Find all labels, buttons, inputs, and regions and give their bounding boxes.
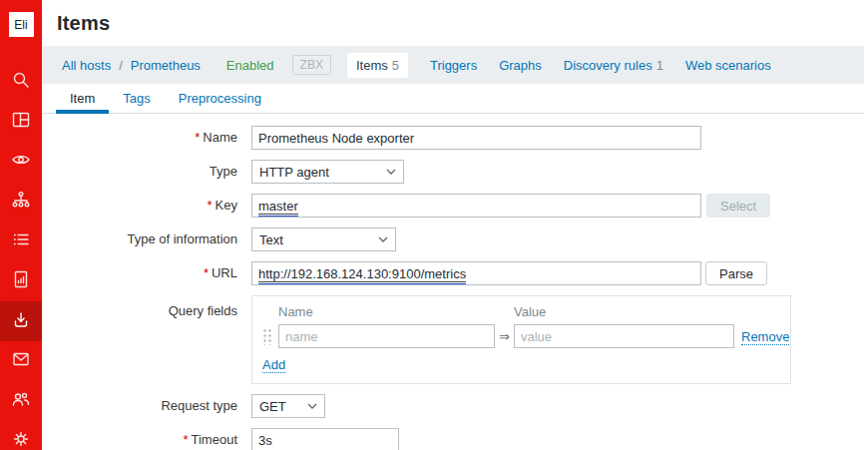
key-select-button[interactable]: Select: [706, 194, 770, 218]
query-fields-label: Query fields: [56, 295, 251, 319]
query-fields-header: Name Value: [262, 304, 778, 319]
sidebar-item-data-collection[interactable]: [0, 301, 42, 341]
form-row-name: *Name: [56, 126, 868, 150]
required-marker: *: [183, 432, 188, 447]
query-name-header: Name: [278, 304, 495, 319]
query-fields-table: Name Value ⇒ Remove Add: [251, 295, 791, 384]
chevron-down-icon: [378, 236, 388, 242]
request-type-select-value: GET: [259, 399, 286, 414]
parse-button[interactable]: Parse: [705, 261, 767, 285]
drag-handle-icon[interactable]: [262, 327, 272, 345]
envelope-icon: [11, 349, 31, 373]
tab-tags[interactable]: Tags: [109, 84, 164, 113]
host-status-enabled[interactable]: Enabled: [226, 58, 274, 73]
tab-item[interactable]: Item: [56, 84, 109, 113]
query-fields-row: ⇒ Remove: [262, 324, 778, 348]
dashboard-icon: [11, 110, 31, 134]
form-row-timeout: *Timeout: [56, 428, 868, 450]
form-row-type: Type HTTP agent: [56, 160, 868, 184]
form-row-type-of-information: Type of information Text: [56, 227, 868, 251]
url-input-value: http://192.168.124.130:9100/metrics: [258, 266, 466, 281]
query-fields-add-row: Add: [262, 357, 778, 373]
key-input[interactable]: master: [251, 194, 701, 218]
nav-items-count: 5: [392, 58, 399, 73]
sidebar-item-users[interactable]: [0, 381, 42, 421]
query-value-input[interactable]: [514, 324, 734, 348]
form-tabs: Item Tags Preprocessing: [42, 84, 864, 114]
breadcrumb-host[interactable]: Prometheus: [131, 58, 201, 73]
tab-preprocessing[interactable]: Preprocessing: [165, 84, 275, 113]
sidebar-item-monitoring[interactable]: [0, 142, 42, 182]
download-icon: [11, 309, 31, 333]
nav-discovery-rules-link[interactable]: Discovery rules1: [564, 58, 663, 73]
nav-triggers-link[interactable]: Triggers: [430, 58, 477, 73]
zbx-availability-badge: ZBX: [292, 55, 331, 75]
key-label: *Key: [56, 194, 251, 218]
page-title: Items: [57, 12, 110, 35]
sidebar-item-inventory[interactable]: [0, 222, 42, 261]
nav-discovery-rules-label: Discovery rules: [564, 58, 652, 73]
add-query-field-link[interactable]: Add: [262, 357, 285, 373]
required-marker: *: [208, 198, 213, 213]
sidebar-nav: [0, 62, 42, 450]
nav-items-label: Items: [356, 58, 388, 73]
sidebar: Eli: [0, 0, 42, 450]
list-icon: [11, 229, 31, 253]
report-document-icon: [11, 269, 31, 293]
host-navigation-bar: All hosts / Prometheus Enabled ZBX Items…: [42, 46, 864, 84]
query-name-input[interactable]: [278, 324, 495, 348]
eye-icon: [11, 150, 31, 174]
request-type-select[interactable]: GET: [251, 394, 325, 418]
breadcrumb-separator: /: [119, 58, 123, 73]
name-input[interactable]: [251, 126, 701, 150]
zabbix-item-config-screen: Eli: [0, 0, 868, 450]
form-row-url: *URL http://192.168.124.130:9100/metrics…: [56, 261, 868, 285]
item-form: *Name Type HTTP agent *Key master Select: [42, 114, 868, 450]
nav-items-current[interactable]: Items5: [347, 53, 408, 78]
chevron-down-icon: [386, 169, 396, 175]
type-of-information-select[interactable]: Text: [251, 227, 396, 251]
nav-web-scenarios-link[interactable]: Web scenarios: [685, 58, 771, 73]
maps-to-arrow: ⇒: [495, 329, 514, 344]
url-label: *URL: [56, 261, 251, 285]
name-label: *Name: [56, 126, 251, 150]
sidebar-item-services[interactable]: [0, 182, 42, 222]
type-of-information-label: Type of information: [56, 227, 251, 251]
timeout-input[interactable]: [251, 428, 399, 450]
type-select[interactable]: HTTP agent: [251, 160, 404, 184]
nav-graphs-link[interactable]: Graphs: [499, 58, 542, 73]
sidebar-item-search[interactable]: [0, 62, 42, 102]
search-icon: [11, 70, 31, 94]
sidebar-item-reports[interactable]: [0, 261, 42, 301]
logo[interactable]: Eli: [9, 12, 34, 37]
sidebar-item-administration[interactable]: [0, 421, 42, 450]
type-of-information-select-value: Text: [259, 232, 283, 247]
org-chart-icon: [11, 190, 31, 214]
required-marker: *: [204, 265, 209, 280]
chevron-down-icon: [307, 403, 317, 409]
sidebar-item-alerts[interactable]: [0, 341, 42, 381]
type-label: Type: [56, 160, 251, 184]
form-row-request-type: Request type GET: [56, 394, 868, 418]
query-value-header: Value: [514, 304, 734, 319]
nav-discovery-rules-count: 1: [656, 58, 663, 73]
gear-icon: [11, 429, 31, 450]
logo-text: Eli: [14, 18, 27, 32]
sidebar-item-dashboard[interactable]: [0, 102, 42, 142]
required-marker: *: [195, 130, 200, 145]
users-icon: [11, 389, 31, 413]
remove-query-field-link[interactable]: Remove: [741, 329, 789, 345]
request-type-label: Request type: [56, 394, 251, 418]
timeout-label: *Timeout: [56, 428, 251, 450]
page-header: Items: [42, 0, 868, 46]
main-content: Items All hosts / Prometheus Enabled ZBX…: [42, 0, 868, 450]
url-input[interactable]: http://192.168.124.130:9100/metrics: [251, 261, 701, 285]
key-input-value: master: [258, 199, 298, 214]
form-row-key: *Key master Select: [56, 194, 868, 218]
form-row-query-fields: Query fields Name Value ⇒ Remove: [56, 295, 868, 384]
type-select-value: HTTP agent: [259, 165, 329, 180]
breadcrumb-all-hosts[interactable]: All hosts: [62, 58, 111, 73]
